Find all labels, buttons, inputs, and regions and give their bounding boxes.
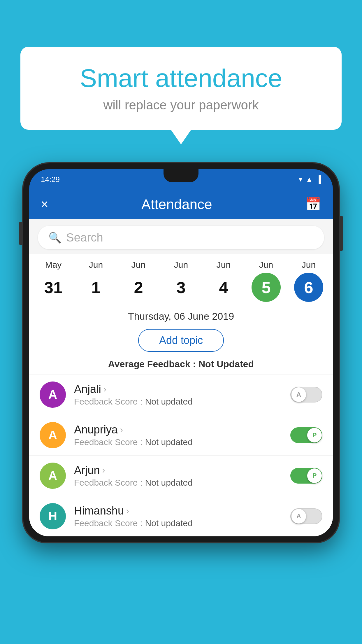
avg-feedback-value: Not Updated	[198, 359, 254, 369]
calendar-day-6[interactable]: Jun6	[290, 260, 328, 302]
avg-feedback-label: Average Feedback :	[108, 359, 196, 369]
calendar-strip: May31Jun1Jun2Jun3Jun4Jun5Jun6	[29, 254, 333, 305]
notch	[164, 169, 198, 182]
calendar-day-5[interactable]: Jun5	[247, 260, 285, 302]
calendar-icon[interactable]: 📅	[305, 197, 321, 212]
toggle-thumb: P	[307, 428, 322, 442]
cal-date-5[interactable]: 5	[252, 273, 281, 302]
student-info: Himanshu ›Feedback Score : Not updated	[74, 505, 282, 528]
student-name[interactable]: Himanshu ›	[74, 505, 282, 517]
status-icons: ▾ ▲ ▐	[299, 175, 321, 183]
close-button[interactable]: ×	[41, 197, 48, 211]
add-topic-button[interactable]: Add topic	[138, 329, 224, 352]
chevron-icon: ›	[120, 425, 123, 435]
wifi-icon: ▾	[299, 175, 302, 183]
feedback-score: Feedback Score : Not updated	[74, 518, 282, 528]
calendar-day-4[interactable]: Jun4	[205, 260, 242, 302]
speech-bubble: Smart attendance will replace your paper…	[20, 47, 342, 130]
toggle-thumb: P	[307, 468, 322, 483]
status-time: 14:29	[41, 175, 60, 184]
toggle-thumb: A	[291, 509, 306, 524]
student-name[interactable]: Anupriya ›	[74, 424, 282, 436]
cal-month-1: Jun	[89, 260, 103, 270]
student-info: Arjun ›Feedback Score : Not updated	[74, 464, 282, 488]
cal-date-0[interactable]: 31	[39, 273, 68, 302]
feedback-score: Feedback Score : Not updated	[74, 437, 282, 447]
list-item: HHimanshu ›Feedback Score : Not updatedA	[29, 496, 333, 536]
calendar-day-3[interactable]: Jun3	[162, 260, 200, 302]
bubble-subtitle: will replace your paperwork	[44, 98, 318, 112]
calendar-day-0[interactable]: May31	[34, 260, 72, 302]
app-body: 🔍 Search May31Jun1Jun2Jun3Jun4Jun5Jun6 T…	[29, 219, 333, 536]
avatar[interactable]: H	[40, 503, 66, 529]
chevron-icon: ›	[103, 384, 106, 394]
calendar-day-1[interactable]: Jun1	[77, 260, 115, 302]
cal-month-5: Jun	[259, 260, 273, 270]
student-list: AAnjali ›Feedback Score : Not updatedAAA…	[29, 374, 333, 536]
selected-date: Thursday, 06 June 2019	[29, 305, 333, 325]
feedback-score: Feedback Score : Not updated	[74, 397, 282, 407]
search-bar[interactable]: 🔍 Search	[38, 226, 324, 249]
cal-date-1[interactable]: 1	[81, 273, 110, 302]
cal-date-6[interactable]: 6	[294, 273, 323, 302]
attendance-toggle[interactable]: P	[290, 427, 322, 443]
cal-month-6: Jun	[302, 260, 316, 270]
attendance-toggle[interactable]: P	[290, 468, 322, 484]
attendance-toggle[interactable]: A	[290, 387, 322, 402]
student-info: Anjali ›Feedback Score : Not updated	[74, 383, 282, 407]
avatar[interactable]: A	[40, 422, 66, 448]
search-icon: 🔍	[48, 232, 61, 244]
phone-outer: 14:29 ▾ ▲ ▐ × Attendance 📅 🔍 Search	[23, 163, 339, 542]
list-item: AAnjali ›Feedback Score : Not updatedA	[29, 374, 333, 415]
cal-date-2[interactable]: 2	[124, 273, 153, 302]
status-bar: 14:29 ▾ ▲ ▐	[29, 169, 333, 190]
calendar-day-2[interactable]: Jun2	[120, 260, 157, 302]
side-button-right	[340, 216, 343, 251]
cal-month-4: Jun	[217, 260, 231, 270]
attendance-toggle[interactable]: A	[290, 508, 322, 524]
cal-date-3[interactable]: 3	[166, 273, 196, 302]
phone-frame: 14:29 ▾ ▲ ▐ × Attendance 📅 🔍 Search	[23, 163, 339, 644]
avatar[interactable]: A	[40, 382, 66, 408]
student-info: Anupriya ›Feedback Score : Not updated	[74, 424, 282, 447]
avatar[interactable]: A	[40, 463, 66, 489]
toggle-thumb: A	[291, 387, 306, 402]
signal-icon: ▲	[306, 175, 313, 183]
header-title: Attendance	[141, 196, 212, 212]
search-input[interactable]: Search	[66, 231, 103, 244]
cal-date-4[interactable]: 4	[209, 273, 238, 302]
list-item: AAnupriya ›Feedback Score : Not updatedP	[29, 415, 333, 455]
student-name[interactable]: Anjali ›	[74, 383, 282, 396]
cal-month-2: Jun	[131, 260, 145, 270]
speech-bubble-section: Smart attendance will replace your paper…	[20, 47, 342, 130]
student-name[interactable]: Arjun ›	[74, 464, 282, 477]
app-header: × Attendance 📅	[29, 190, 333, 219]
cal-month-0: May	[45, 260, 62, 270]
search-container: 🔍 Search	[29, 219, 333, 254]
chevron-icon: ›	[102, 465, 105, 475]
feedback-score: Feedback Score : Not updated	[74, 478, 282, 488]
list-item: AArjun ›Feedback Score : Not updatedP	[29, 455, 333, 496]
avg-feedback: Average Feedback : Not Updated	[29, 356, 333, 374]
battery-icon: ▐	[316, 175, 321, 183]
chevron-icon: ›	[126, 506, 129, 516]
side-button-left	[19, 222, 22, 245]
bubble-title: Smart attendance	[44, 64, 318, 92]
cal-month-3: Jun	[174, 260, 188, 270]
